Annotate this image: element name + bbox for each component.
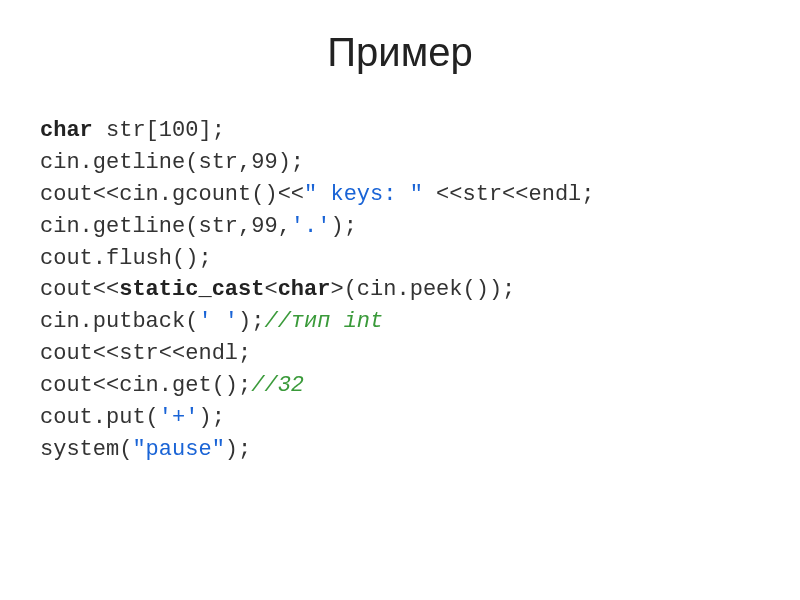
comment: //тип int: [264, 309, 383, 334]
code-text: cout<<: [40, 277, 119, 302]
char-literal: ' ': [198, 309, 238, 334]
string-literal: "pause": [132, 437, 224, 462]
code-text: );: [238, 309, 264, 334]
code-text: cin.getline(str,99,: [40, 214, 291, 239]
code-text: cin.putback(: [40, 309, 198, 334]
keyword-char: char: [40, 118, 93, 143]
code-text: );: [225, 437, 251, 462]
slide: Пример char str[100]; cin.getline(str,99…: [0, 0, 800, 600]
keyword-static-cast: static_cast: [119, 277, 264, 302]
page-title: Пример: [40, 30, 760, 75]
code-text: system(: [40, 437, 132, 462]
code-line-10: cout.put('+');: [40, 405, 225, 430]
code-text: >(cin.peek());: [330, 277, 515, 302]
code-line-3: cout<<cin.gcount()<<" keys: " <<str<<end…: [40, 182, 595, 207]
code-text: <: [264, 277, 277, 302]
char-literal: '.': [291, 214, 331, 239]
code-text: );: [198, 405, 224, 430]
code-line-6: cout<<static_cast<char>(cin.peek());: [40, 277, 515, 302]
code-block: char str[100]; cin.getline(str,99); cout…: [40, 115, 760, 466]
code-line-5: cout.flush();: [40, 246, 212, 271]
code-text: );: [330, 214, 356, 239]
code-line-4: cin.getline(str,99,'.');: [40, 214, 357, 239]
code-text: cout.put(: [40, 405, 159, 430]
code-line-2: cin.getline(str,99);: [40, 150, 304, 175]
keyword-char-2: char: [278, 277, 331, 302]
comment: //32: [251, 373, 304, 398]
code-line-1: char str[100];: [40, 118, 225, 143]
code-line-7: cin.putback(' ');//тип int: [40, 309, 383, 334]
char-literal: '+': [159, 405, 199, 430]
code-text: cout<<cin.gcount()<<: [40, 182, 304, 207]
string-literal: " keys: ": [304, 182, 423, 207]
code-line-9: cout<<cin.get();//32: [40, 373, 304, 398]
code-line-11: system("pause");: [40, 437, 251, 462]
code-text: str[100];: [93, 118, 225, 143]
code-text: <<str<<endl;: [423, 182, 595, 207]
code-text: cout<<cin.get();: [40, 373, 251, 398]
code-line-8: cout<<str<<endl;: [40, 341, 251, 366]
